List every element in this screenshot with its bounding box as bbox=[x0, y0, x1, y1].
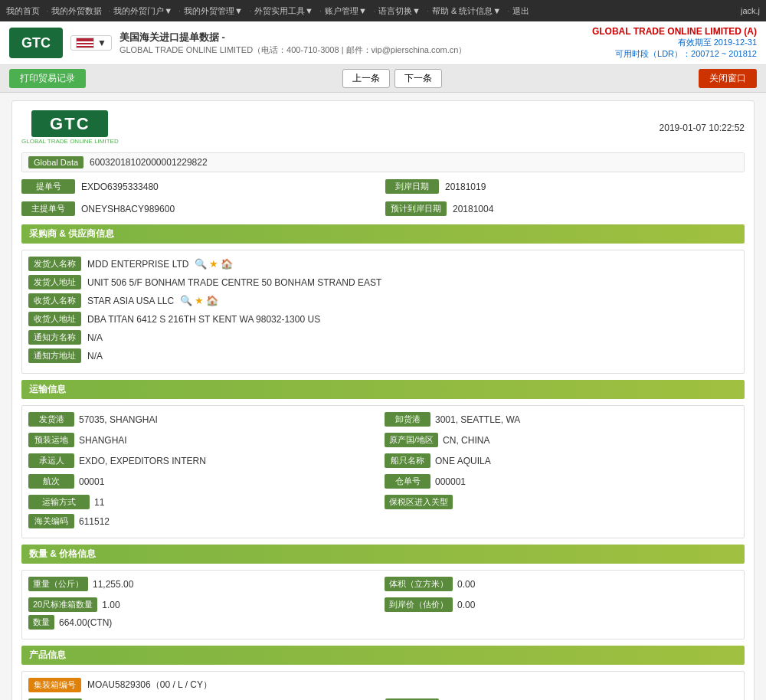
pre-transport-label: 预装运地 bbox=[28, 433, 74, 447]
nav-home[interactable]: 我的首页 bbox=[6, 5, 40, 17]
shipper-search-icon[interactable]: 🔍 bbox=[195, 258, 207, 270]
quantity-row: 数量 664.00(CTN) bbox=[28, 615, 738, 630]
header-left: GTC ▼ 美国海关进口提单数据 - GLOBAL TRADE ONLINE L… bbox=[9, 28, 466, 58]
nav-help[interactable]: 帮助 & 统计信息▼ bbox=[432, 5, 501, 17]
record-logo-sub: GLOBAL TRADE ONLINE LIMITED bbox=[21, 138, 119, 145]
pre-transport-row: 预装运地 SHANGHAI bbox=[28, 433, 381, 447]
global-data-value: 60032018102000001229822 bbox=[90, 157, 208, 168]
transport-mode-label: 运输方式 bbox=[28, 495, 90, 509]
quantity-value: 664.00(CTN) bbox=[59, 617, 112, 628]
consignee-addr-row: 收货人地址 DBA TITAN 6412 S 216TH ST KENT WA … bbox=[28, 312, 738, 326]
arrival-date-value: 20181019 bbox=[445, 182, 486, 192]
transport-section-header: 运输信息 bbox=[21, 380, 745, 399]
print-button-top[interactable]: 打印贸易记录 bbox=[9, 69, 86, 88]
header-right: GLOBAL TRADE ONLINE LIMITED (A) 有效期至 201… bbox=[592, 26, 757, 60]
company-name: GLOBAL TRADE ONLINE LIMITED (A) bbox=[592, 26, 757, 37]
notify-addr-row: 通知方地址 N/A bbox=[28, 348, 738, 363]
arrival-date-label: 到岸日期 bbox=[385, 179, 439, 194]
std20-value: 1.00 bbox=[102, 600, 119, 610]
origin-country-row: 原产国/地区 CN, CHINA bbox=[385, 433, 738, 447]
us-flag bbox=[76, 38, 94, 48]
voyage-row: 航次 00001 bbox=[28, 474, 381, 489]
notify-name-value: N/A bbox=[87, 332, 103, 343]
master-bill-label: 主提单号 bbox=[21, 201, 75, 216]
header-bar: GTC ▼ 美国海关进口提单数据 - GLOBAL TRADE ONLINE L… bbox=[0, 21, 766, 65]
shipper-addr-label: 发货人地址 bbox=[28, 275, 81, 289]
unit-price-value: 0.00 bbox=[457, 600, 475, 610]
username: jack.j bbox=[741, 6, 760, 15]
est-arrival-value: 20181004 bbox=[453, 204, 493, 214]
nav-trade-portal[interactable]: 我的外贸门户▼ bbox=[113, 5, 172, 17]
weight-label: 重量（公斤） bbox=[28, 577, 88, 591]
close-button-top[interactable]: 关闭窗口 bbox=[699, 69, 757, 88]
master-bill-value: ONEYSH8ACY989600 bbox=[81, 204, 175, 214]
shipper-name-label: 发货人名称 bbox=[28, 257, 81, 271]
header-center: 美国海关进口提单数据 - GLOBAL TRADE ONLINE LIMITED… bbox=[119, 31, 467, 56]
action-bar-top: 打印贸易记录 上一条 下一条 关闭窗口 bbox=[0, 65, 766, 93]
origin-country-label: 原产国/地区 bbox=[385, 433, 438, 447]
nav-language[interactable]: 语言切换▼ bbox=[378, 5, 421, 17]
consignee-name-row: 收货人名称 STAR ASIA USA LLC 🔍 ★ 🏠 bbox=[28, 293, 738, 308]
record-card: GTC GLOBAL TRADE ONLINE LIMITED 2019-01-… bbox=[11, 100, 755, 700]
flag-selector[interactable]: ▼ bbox=[70, 35, 112, 51]
nav-account[interactable]: 账户管理▼ bbox=[325, 5, 367, 17]
dp-grid: 重量（公斤） 11,255.00 体积（立方米） 0.00 20尺标准箱数量 1… bbox=[28, 577, 738, 615]
site-title: 美国海关进口提单数据 - bbox=[119, 31, 467, 44]
bill-no-label: 提单号 bbox=[21, 179, 75, 194]
transport-mode-row: 运输方式 11 bbox=[28, 495, 381, 509]
nav-trade-mgmt[interactable]: 我的外贸管理▼ bbox=[184, 5, 243, 17]
consignee-search-icon[interactable]: 🔍 bbox=[180, 295, 192, 306]
origin-country-value: CN, CHINA bbox=[443, 435, 489, 446]
volume-value: 0.00 bbox=[457, 579, 475, 590]
bill-no-value: EXDO6395333480 bbox=[81, 182, 159, 192]
shipper-addr-row: 发货人地址 UNIT 506 5/F BONHAM TRADE CENTRE 5… bbox=[28, 275, 738, 289]
top-navigation: 我的首页 · 我的外贸数据 · 我的外贸门户▼ · 我的外贸管理▼ · 外贸实用… bbox=[0, 0, 766, 21]
nav-buttons-top: 上一条 下一条 bbox=[342, 69, 442, 88]
consignee-addr-value: DBA TITAN 6412 S 216TH ST KENT WA 98032-… bbox=[87, 314, 320, 325]
record-header: GTC GLOBAL TRADE ONLINE LIMITED 2019-01-… bbox=[21, 110, 745, 145]
consignee-home-icon[interactable]: 🏠 bbox=[206, 295, 218, 306]
std20-row: 20尺标准箱数量 1.00 bbox=[28, 597, 381, 612]
data-price-section: 重量（公斤） 11,255.00 体积（立方米） 0.00 20尺标准箱数量 1… bbox=[21, 570, 745, 639]
carrier-label: 承运人 bbox=[28, 453, 74, 468]
std20-label: 20尺标准箱数量 bbox=[28, 597, 97, 612]
quantity-label: 数量 bbox=[28, 615, 54, 630]
shipper-home-icon[interactable]: 🏠 bbox=[221, 258, 233, 270]
master-bill-field: 主提单号 ONEYSH8ACY989600 bbox=[21, 199, 381, 218]
notify-name-label: 通知方名称 bbox=[28, 330, 81, 345]
dest-port-label: 卸货港 bbox=[385, 412, 430, 427]
expiry-date: 有效期至 2019-12-31 bbox=[592, 37, 757, 48]
volume-label: 体积（立方米） bbox=[385, 577, 453, 591]
container-size-type-row: 集装箱尺寸 2000*806*802 集装箱类型 2CG0 bbox=[28, 696, 738, 700]
shipper-star-icon[interactable]: ★ bbox=[209, 258, 218, 270]
carrier-value: EXDO, EXPEDITORS INTERN bbox=[79, 456, 206, 466]
nav-tools[interactable]: 外贸实用工具▼ bbox=[254, 5, 313, 17]
shipper-icons: 🔍 ★ 🏠 bbox=[195, 258, 233, 270]
main-content: GTC GLOBAL TRADE ONLINE LIMITED 2019-01-… bbox=[0, 93, 766, 700]
consignee-name-label: 收货人名称 bbox=[28, 293, 81, 308]
bill-fields-row: 提单号 EXDO6395333480 到岸日期 20181019 bbox=[21, 177, 745, 196]
est-arrival-label: 预计到岸日期 bbox=[385, 201, 447, 216]
nav-logout[interactable]: 退出 bbox=[512, 5, 529, 17]
customs-code-row: 海关编码 611512 bbox=[28, 514, 738, 528]
record-logo-img: GTC bbox=[31, 110, 108, 137]
shipper-name-value: MDD ENTERPRISE LTD bbox=[87, 259, 188, 270]
weight-value: 11,255.00 bbox=[93, 579, 133, 590]
consignee-name-value: STAR ASIA USA LLC bbox=[87, 296, 174, 306]
vessel-label: 船只名称 bbox=[385, 453, 430, 468]
vessel-value: ONE AQUILA bbox=[435, 456, 491, 466]
pre-transport-value: SHANGHAI bbox=[79, 435, 127, 446]
prev-button-top[interactable]: 上一条 bbox=[342, 69, 390, 88]
next-button-top[interactable]: 下一条 bbox=[394, 69, 442, 88]
voyage-value: 00001 bbox=[79, 476, 104, 487]
dest-port-value: 3001, SEATTLE, WA bbox=[435, 414, 520, 425]
ftz-label: 保税区进入关型 bbox=[385, 495, 453, 509]
consignee-star-icon[interactable]: ★ bbox=[195, 295, 204, 306]
nav-trade-data[interactable]: 我的外贸数据 bbox=[51, 5, 102, 17]
consignee-icons: 🔍 ★ 🏠 bbox=[180, 295, 218, 306]
supplier-section-header: 采购商 & 供应商信息 bbox=[21, 224, 745, 244]
product-section: 集装箱编号 MOAU5829306（00 / L / CY） 集装箱尺寸 200… bbox=[21, 671, 745, 700]
master-bill-row: 主提单号 ONEYSH8ACY989600 预计到岸日期 20181004 bbox=[21, 199, 745, 218]
arrival-date-field: 到岸日期 20181019 bbox=[385, 177, 745, 196]
logo: GTC bbox=[9, 28, 63, 58]
